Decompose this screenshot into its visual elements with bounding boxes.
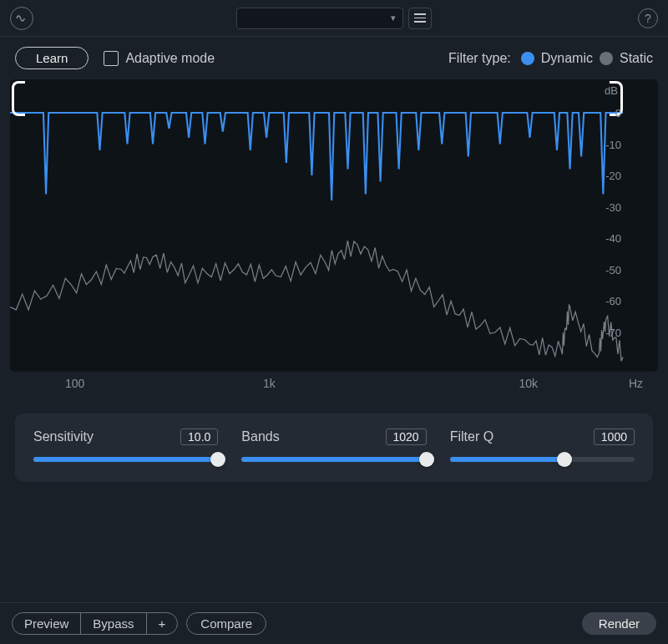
static-label: Static xyxy=(620,51,653,66)
filter-q-label: Filter Q xyxy=(450,429,493,444)
sensitivity-value[interactable]: 10.0 xyxy=(180,428,218,445)
adaptive-mode-checkbox[interactable]: Adaptive mode xyxy=(104,51,215,66)
filter-type-group: Filter type: Dynamic Static xyxy=(448,51,653,66)
render-button[interactable]: Render xyxy=(582,612,656,635)
add-button[interactable]: + xyxy=(146,613,178,634)
bands-label: Bands xyxy=(241,429,279,444)
filter-q-slider[interactable] xyxy=(450,457,635,462)
sensitivity-control: Sensitivity 10.0 xyxy=(33,428,218,462)
help-icon: ? xyxy=(645,12,651,25)
learn-button[interactable]: Learn xyxy=(15,47,89,69)
radio-dynamic[interactable] xyxy=(521,52,534,65)
help-button[interactable]: ? xyxy=(638,8,658,28)
adaptive-mode-label: Adaptive mode xyxy=(125,51,215,66)
mode-controls: Learn Adaptive mode Filter type: Dynamic… xyxy=(0,37,668,76)
compare-button[interactable]: Compare xyxy=(186,612,266,635)
frequency-axis: Hz 1001k10k xyxy=(10,372,658,397)
footer-bar: Preview Bypass + Compare Render xyxy=(0,602,668,644)
range-handle-right[interactable] xyxy=(610,81,623,116)
checkbox-icon xyxy=(104,51,119,66)
sensitivity-label: Sensitivity xyxy=(33,429,94,444)
preset-area: ▾ xyxy=(236,8,432,29)
parameters-panel: Sensitivity 10.0 Bands 1020 Filter Q 100… xyxy=(15,413,653,482)
preview-bypass-segment: Preview Bypass + xyxy=(12,612,178,635)
sensitivity-slider[interactable] xyxy=(33,457,218,462)
freq-tick: 1k xyxy=(263,377,276,390)
bypass-button[interactable]: Bypass xyxy=(80,613,145,634)
bands-slider[interactable] xyxy=(241,457,426,462)
preset-menu-button[interactable] xyxy=(408,8,432,29)
bands-control: Bands 1020 xyxy=(241,428,426,462)
spectrum-area: dB 0-10-20-30-40-50-60-70 Hz 1001k10k xyxy=(10,79,658,397)
filter-q-control: Filter Q 1000 xyxy=(450,428,635,462)
range-handle-left[interactable] xyxy=(12,81,25,116)
spectrum-display[interactable]: dB 0-10-20-30-40-50-60-70 xyxy=(10,79,658,372)
title-bar: ▾ ? xyxy=(0,0,668,37)
preset-dropdown[interactable]: ▾ xyxy=(236,8,403,29)
preview-button[interactable]: Preview xyxy=(13,613,80,634)
hz-unit-label: Hz xyxy=(629,377,643,390)
radio-static[interactable] xyxy=(600,52,613,65)
freq-tick: 100 xyxy=(65,377,84,390)
dynamic-label: Dynamic xyxy=(541,51,593,66)
chevron-down-icon: ▾ xyxy=(391,13,396,23)
bands-value[interactable]: 1020 xyxy=(386,428,427,445)
freq-tick: 10k xyxy=(519,377,539,390)
filter-type-label: Filter type: xyxy=(448,51,511,66)
app-logo-icon[interactable] xyxy=(10,7,33,30)
filter-q-value[interactable]: 1000 xyxy=(594,428,635,445)
spectrum-plot xyxy=(10,79,658,372)
